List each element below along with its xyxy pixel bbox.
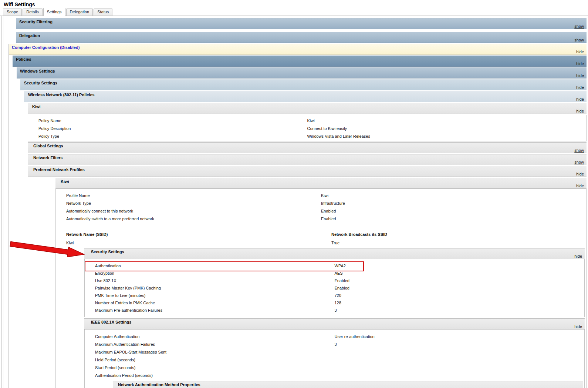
table-row: Automatically switch to a more preferred… [56, 215, 586, 223]
section-title: Preferred Network Profiles [33, 167, 85, 172]
tab-details[interactable]: Details [23, 9, 43, 16]
tab-settings[interactable]: Settings [43, 8, 65, 16]
spacer [56, 223, 586, 230]
field-label: PMK Time-to-Live (minutes) [85, 292, 335, 299]
table-row-authentication: Authentication WPA2 [85, 262, 584, 270]
show-link[interactable]: show [574, 148, 584, 153]
section-title: Security Settings [24, 81, 57, 85]
hide-link[interactable]: hide [576, 109, 584, 113]
table-row: Policy Type Windows Vista and Later Rele… [28, 133, 586, 140]
field-value: 3 [335, 307, 585, 314]
hide-link[interactable]: hide [576, 50, 584, 54]
field-label: Policy Name [28, 117, 307, 125]
table-row: Network Type Infrastructure [56, 200, 586, 207]
table-row: Number of Entries in PMK Cache 128 [85, 299, 584, 307]
field-label: Encryption [85, 270, 335, 277]
section-title: Delegation [19, 33, 40, 38]
table-row: Pairwise Master Key (PMK) Caching Enable… [85, 284, 584, 292]
table-row: PMK Time-to-Live (minutes) 720 [85, 292, 584, 299]
ssid-broadcast: True [321, 239, 586, 247]
profile-content-box: Profile Name Kiwi Network Type Infrastru… [55, 189, 587, 388]
section-header-wireless-policies: Wireless Network (802.11) Policies hide [24, 91, 587, 102]
table-row: Held Period (seconds) [85, 356, 584, 364]
show-link[interactable]: show [574, 38, 584, 42]
table-row: Automatically connect to this network En… [56, 207, 586, 215]
section-header-security-filtering: Security Filtering show [16, 18, 587, 29]
gpmc-settings-report: { "window": { "title": "Wifi Settings" }… [0, 0, 588, 388]
field-label: Automatically switch to a more preferred… [56, 215, 321, 223]
section-header-network-filters: Network Filters show [28, 154, 587, 165]
section-header-net-auth-props: Network Authentication Method Properties… [113, 381, 583, 388]
table-row: Start Period (seconds) [85, 364, 584, 372]
column-header: Network Name (SSID) [56, 230, 321, 239]
field-label: Automatically connect to this network [56, 207, 321, 215]
hide-link[interactable]: hide [576, 184, 584, 188]
table-row: Encryption AES [85, 270, 584, 277]
section-header-profile-security: Security Settings hide [84, 248, 585, 259]
field-label: Held Period (seconds) [85, 356, 335, 364]
section-header-delegation: Delegation show [16, 32, 587, 43]
field-label: Authentication Period (seconds) [85, 372, 335, 379]
table-row: Maximum Authentication Failures 3 [85, 341, 584, 348]
field-label: Use 802.1X [85, 277, 335, 284]
field-value: WPA2 [335, 262, 585, 270]
field-value: User re-authentication [335, 333, 585, 341]
section-title: Network Filters [33, 155, 62, 160]
field-value: Enabled [335, 284, 585, 292]
field-value: Connect to Kiwi easily [307, 125, 587, 133]
tab-bar: Scope Details Settings Delegation Status [0, 8, 588, 16]
section-title: Windows Settings [20, 69, 55, 73]
ssid-table-header: Network Name (SSID) Network Broadcasts i… [56, 230, 586, 239]
hide-link[interactable]: hide [576, 73, 584, 78]
page-title: Wifi Settings [4, 1, 588, 7]
field-value: AES [335, 270, 585, 277]
hide-link[interactable]: hide [576, 97, 584, 101]
section-title: Computer Configuration (Disabled) [12, 45, 80, 50]
ssid-table-row: Kiwi True [56, 239, 586, 247]
ssid-name: Kiwi [56, 239, 321, 247]
section-header-global-settings: Global Settings show [28, 142, 587, 153]
show-link[interactable]: show [574, 24, 584, 29]
field-label: Authentication [85, 262, 335, 270]
section-header-preferred-profiles: Preferred Network Profiles hide [28, 166, 587, 177]
hide-link[interactable]: hide [576, 61, 584, 66]
field-value: Infrastructure [321, 200, 586, 207]
hide-link[interactable]: hide [574, 254, 582, 258]
hide-link[interactable]: hide [576, 172, 584, 176]
table-row: Use 802.1X Enabled [85, 277, 584, 284]
section-header-windows-settings: Windows Settings hide [17, 67, 587, 78]
tab-delegation[interactable]: Delegation [66, 9, 93, 16]
policy-info-table: Policy Name Kiwi Policy Description Conn… [28, 115, 587, 141]
field-value: 3 [335, 341, 585, 348]
tab-scope[interactable]: Scope [3, 9, 22, 16]
field-value: Enabled [321, 215, 586, 223]
table-row: Maximum Pre-authentication Failures 3 [85, 307, 584, 314]
field-value: 720 [335, 292, 585, 299]
section-title: IEEE 802.1X Settings [91, 320, 131, 324]
tab-status[interactable]: Status [94, 9, 112, 16]
show-link[interactable]: show [574, 160, 584, 164]
section-title: Policies [16, 57, 31, 61]
field-label: Computer Authentication [85, 333, 335, 341]
field-value: Kiwi [307, 117, 587, 125]
section-title: Kiwi [32, 104, 41, 109]
field-label: Number of Entries in PMK Cache [85, 299, 335, 307]
table-row: Profile Name Kiwi [56, 192, 586, 200]
section-title: Security Settings [91, 250, 124, 254]
table-row: Policy Description Connect to Kiwi easil… [28, 125, 586, 133]
field-label: Policy Type [28, 133, 307, 140]
hide-link[interactable]: hide [576, 85, 584, 90]
table-row: Authentication Period (seconds) [85, 372, 584, 379]
section-title: Network Authentication Method Properties [118, 382, 200, 387]
section-header-kiwi-profile: Kiwi hide [55, 178, 587, 189]
section-title: Security Filtering [19, 20, 53, 24]
field-value: 128 [335, 299, 585, 307]
table-row: Maximum EAPOL-Start Messages Sent [85, 348, 584, 356]
section-title: Kiwi [61, 179, 69, 184]
field-value: Enabled [321, 207, 586, 215]
field-label: Profile Name [56, 192, 321, 200]
field-label: Start Period (seconds) [85, 364, 335, 372]
section-header-kiwi-policy: Kiwi hide [28, 103, 587, 114]
field-label: Pairwise Master Key (PMK) Caching [85, 284, 335, 292]
hide-link[interactable]: hide [574, 324, 582, 329]
